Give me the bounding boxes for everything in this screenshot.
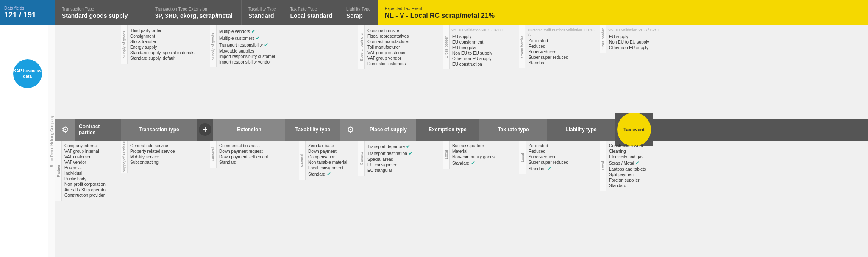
list-item: Other non EU supply xyxy=(608,45,660,50)
list-item: Zero tax base xyxy=(307,143,348,149)
transaction-type-ext-section: Transaction Type Extension 3P, 3RD, ekor… xyxy=(148,0,242,25)
supply-services-col: Supply of services General rule service … xyxy=(121,141,210,173)
list-item: Business xyxy=(64,165,108,171)
exemption-node-label: Exemption type xyxy=(428,127,466,133)
flow-area[interactable]: Supply of goods Third party order Consig… xyxy=(55,25,868,257)
list-item: Foreign supplier xyxy=(608,177,647,183)
list-item: Construction site xyxy=(367,28,411,33)
list-item: Super super-reduced xyxy=(528,55,598,60)
expected-tax-event-value: NL - V - Local RC scrap/metal 21% xyxy=(385,12,861,19)
supply-goods-list1: Third party order Consignment Stock tran… xyxy=(128,25,197,64)
company-label: Rotor Demo Holding Company xyxy=(48,25,55,257)
left-sidebar: Rotor Demo Holding Company SAP business … xyxy=(0,25,55,257)
list-item: VAT group internal xyxy=(64,149,108,154)
app-container: Data fields 121 / 191 Transaction Type S… xyxy=(0,0,868,257)
special-partners-list: Construction site Fiscal representatives… xyxy=(365,25,412,69)
vat-validation-top: VAT ID Validation VIES / BZST xyxy=(451,28,503,32)
exemption-bottom-col: Local Business partner Material Non-comm… xyxy=(443,141,519,169)
list-item: Import responsibility vendor xyxy=(218,59,276,65)
list-item: Aircraft / Ship operator xyxy=(64,187,108,193)
sap-circle-label: SAP business data xyxy=(13,68,42,79)
list-item: Third party order xyxy=(129,28,195,33)
taxrate-node-label: Tax rate type xyxy=(498,127,529,133)
tax-rate-type-label: Tax Rate Type xyxy=(290,7,332,11)
flow-container: Supply of goods Third party order Consig… xyxy=(55,25,868,257)
taxrate-top-col: Cross border Customs tariff number valid… xyxy=(519,25,600,68)
exemption-node[interactable]: Exemption type xyxy=(416,119,479,141)
top-bar: Data fields 121 / 191 Transaction Type S… xyxy=(0,0,868,25)
list-item: Electricity and gas xyxy=(608,154,647,160)
list-item: Material xyxy=(451,149,495,154)
list-item: Energy supply xyxy=(129,44,195,50)
contract-parties-node[interactable]: Contract parties xyxy=(75,119,121,141)
local2-vlabel: Local xyxy=(519,141,526,174)
list-item: Construction work xyxy=(608,143,647,149)
contract-gear[interactable]: ⚙ xyxy=(55,119,75,141)
liability-type-value: Scrap xyxy=(346,12,371,19)
sap-circle: SAP business data xyxy=(13,59,42,88)
list-item: VAT group vendor xyxy=(367,55,411,61)
general3-vlabel: General xyxy=(358,141,365,176)
vat-validation2-top: VAT ID Validation VITS / BZST xyxy=(608,28,660,32)
extension-top-col: Supply of goods Multiple vendors ✔ Multi… xyxy=(210,25,299,67)
list-item: Other non EU supply xyxy=(451,56,503,61)
transaction-top-col: Supply of goods Third party order Consig… xyxy=(121,25,210,64)
extension-node[interactable]: Extension xyxy=(213,119,285,141)
cross-border-vlabel1: Cross border xyxy=(443,25,450,69)
liability-node[interactable]: Liability type xyxy=(547,119,615,141)
top-area-row: Supply of goods Third party order Consig… xyxy=(55,25,868,119)
list-item: Reduced xyxy=(528,149,569,154)
tax-rate-type-section: Tax Rate Type Local standard xyxy=(283,0,339,25)
list-item: Cleaning xyxy=(608,149,647,154)
list-item: Standard xyxy=(608,183,647,188)
list-item: Consignment xyxy=(129,33,195,39)
list-item: Construction provider xyxy=(64,193,108,198)
local1-list: Business partner Material Non-community … xyxy=(450,141,497,169)
list-item: Reduced xyxy=(528,44,598,49)
taxability-node[interactable]: Taxability type xyxy=(285,119,340,141)
list-item: Subcontracting xyxy=(129,160,176,165)
general1-list: Commercial business Down payment request… xyxy=(217,141,271,168)
general3-list: Transport departure ✔ Transport destinat… xyxy=(365,141,415,176)
liability-type-section: Liability Type Scrap xyxy=(339,0,378,25)
taxability-type-value: Standard xyxy=(248,12,276,19)
local1-vlabel: Local xyxy=(443,141,450,169)
local3-list: Construction work Cleaning Electricity a… xyxy=(606,141,648,191)
list-item: Zero rated xyxy=(528,38,598,44)
list-item: Standard ✔ xyxy=(307,171,348,177)
extension-bottom-col: General Commercial business Down payment… xyxy=(210,141,299,168)
list-item: Local consignment xyxy=(307,165,348,171)
place-gear[interactable]: ⚙ xyxy=(340,119,361,141)
list-item: VAT group customer xyxy=(367,50,411,55)
list-item: VAT customer xyxy=(64,154,108,160)
list-item: Special areas xyxy=(367,157,414,162)
general2-vlabel: General xyxy=(299,141,306,180)
list-item: Stock transfer xyxy=(129,39,195,44)
list-item: EU consignment xyxy=(367,162,414,168)
list-item: Company internal xyxy=(64,143,108,149)
data-fields-label: Data fields xyxy=(4,6,51,11)
list-item: Non-community goods xyxy=(451,154,495,160)
list-item: VAT vendor xyxy=(64,160,108,165)
list-item: Mobility service xyxy=(129,154,176,160)
list-item: Import responsibility customer xyxy=(218,54,276,59)
taxability-bottom-col: General Zero tax base Down payment Compe… xyxy=(299,141,358,180)
list-item: Standard ✔ xyxy=(528,165,569,172)
list-item: Property related service xyxy=(129,149,176,154)
bottom-area-row: Partner Company internal VAT group inter… xyxy=(55,141,868,225)
taxability-node-label: Taxability type xyxy=(295,127,330,133)
supply-goods-vlabel1: Supply of goods xyxy=(121,25,128,64)
transaction-type-node[interactable]: Transaction type xyxy=(121,119,197,141)
local2-list: Zero rated Reduced Super-reduced Super s… xyxy=(526,141,571,174)
list-item: Non-profit corporation xyxy=(64,182,108,187)
list-item: Laptops and tablets xyxy=(608,166,647,172)
expected-tax-event-section: Expected Tax Event NL - V - Local RC scr… xyxy=(378,0,868,25)
data-fields-section: Data fields 121 / 191 xyxy=(0,0,55,25)
contract-parties-label: Contract parties xyxy=(79,124,117,135)
list-item: Zero rated xyxy=(528,143,569,149)
taxrate-node[interactable]: Tax rate type xyxy=(479,119,547,141)
plus-icon[interactable]: + xyxy=(199,123,211,136)
taxability-type-label: Taxability Type xyxy=(248,7,276,11)
list-item: Contract manufacturer xyxy=(367,39,411,44)
place-supply-node[interactable]: Place of supply xyxy=(361,119,416,141)
